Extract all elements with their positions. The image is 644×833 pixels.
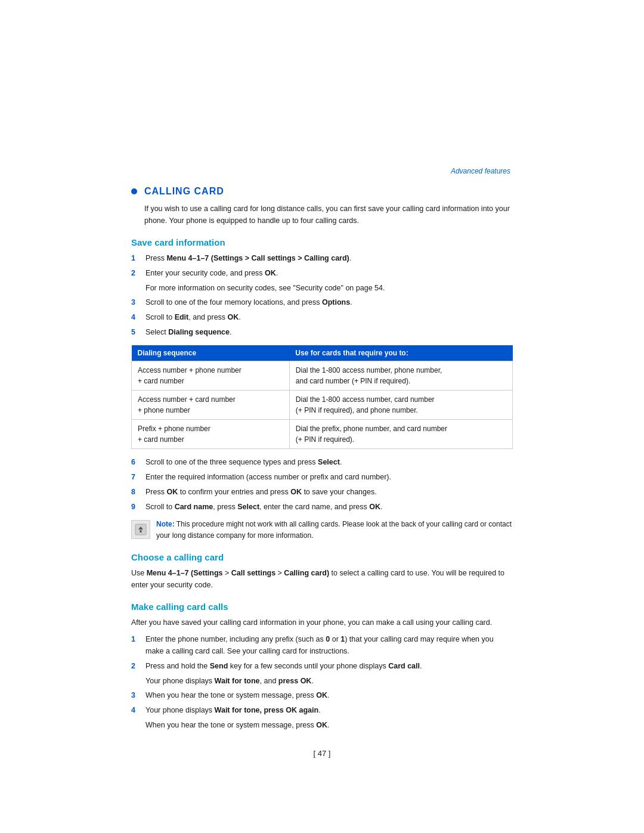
note-box: Note: This procedure might not work with… <box>131 519 513 541</box>
make-step-num-1: 1 <box>131 633 142 645</box>
table-row: Access number + card number+ phone numbe… <box>132 391 513 420</box>
step-2: 2 Enter your security code, and press OK… <box>131 267 513 279</box>
step-text-2: Enter your security code, and press OK. <box>145 267 513 279</box>
step-text-8: Press OK to confirm your entries and pre… <box>145 486 513 498</box>
make-step-4: 4 Your phone displays Wait for tone, pre… <box>131 704 513 716</box>
make-step-num-2: 2 <box>131 660 142 672</box>
make-step-2: 2 Press and hold the Send key for a few … <box>131 660 513 672</box>
svg-rect-2 <box>140 530 142 532</box>
make-step-2-subtext: Your phone displays Wait for tone, and p… <box>145 675 513 687</box>
make-step-num-3: 3 <box>131 689 142 701</box>
note-icon <box>131 520 150 539</box>
step-text-4: Scroll to Edit, and press OK. <box>145 311 513 323</box>
step-text-3: Scroll to one of the four memory locatio… <box>145 296 513 308</box>
subsection-choose-card: Choose a calling card Use Menu 4–1–7 (Se… <box>131 552 513 591</box>
table-col2-header: Use for cards that require you to: <box>289 345 512 361</box>
table-cell-use-2: Dial the 1-800 access number, card numbe… <box>289 391 512 420</box>
table-col1-header: Dialing sequence <box>132 345 290 361</box>
step-3: 3 Scroll to one of the four memory locat… <box>131 296 513 308</box>
make-step-text-1: Enter the phone number, including any pr… <box>145 633 513 657</box>
table-cell-use-1: Dial the 1-800 access number, phone numb… <box>289 361 512 391</box>
section-title-row: CALLING CARD <box>131 186 513 197</box>
table-cell-use-3: Dial the prefix, phone number, and card … <box>289 420 512 449</box>
make-step-1: 1 Enter the phone number, including any … <box>131 633 513 657</box>
table-cell-seq-3: Prefix + phone number+ card number <box>132 420 290 449</box>
step-6: 6 Scroll to one of the three sequence ty… <box>131 456 513 468</box>
step-text-9: Scroll to Card name, press Select, enter… <box>145 501 513 513</box>
step-1: 1 Press Menu 4–1–7 (Settings > Call sett… <box>131 252 513 264</box>
steps-after-table: 6 Scroll to one of the three sequence ty… <box>131 456 513 513</box>
make-step-text-4: Your phone displays Wait for tone, press… <box>145 704 513 716</box>
step-text-5: Select Dialing sequence. <box>145 326 513 338</box>
make-step-text-3: When you hear the tone or system message… <box>145 689 513 701</box>
step-num-9: 9 <box>131 501 142 513</box>
step-num-5: 5 <box>131 326 142 338</box>
step-num-2: 2 <box>131 267 142 279</box>
table-row: Prefix + phone number+ card number Dial … <box>132 420 513 449</box>
subsection-make-calls: Make calling card calls After you have s… <box>131 602 513 731</box>
save-card-steps: 1 Press Menu 4–1–7 (Settings > Call sett… <box>131 252 513 279</box>
table-header-row: Dialing sequence Use for cards that requ… <box>132 345 513 361</box>
header-label: Advanced features <box>131 167 513 175</box>
subsection-title-make-calls: Make calling card calls <box>131 602 513 612</box>
make-step-3: 3 When you hear the tone or system messa… <box>131 689 513 701</box>
step-9: 9 Scroll to Card name, press Select, ent… <box>131 501 513 513</box>
step-7: 7 Enter the required information (access… <box>131 471 513 483</box>
make-calls-steps: 1 Enter the phone number, including any … <box>131 633 513 672</box>
table-cell-seq-2: Access number + card number+ phone numbe… <box>132 391 290 420</box>
bullet-dot <box>131 188 137 194</box>
dialing-table: Dialing sequence Use for cards that requ… <box>131 345 513 449</box>
make-calls-steps-cont: 3 When you hear the tone or system messa… <box>131 689 513 716</box>
note-content: This procedure might not work with all c… <box>156 520 512 540</box>
content-area: Advanced features CALLING CARD If you wi… <box>95 0 549 817</box>
note-icon-svg <box>134 523 147 536</box>
step-4: 4 Scroll to Edit, and press OK. <box>131 311 513 323</box>
make-step-num-4: 4 <box>131 704 142 716</box>
note-text: Note: This procedure might not work with… <box>156 519 513 541</box>
subsection-title-save: Save card information <box>131 237 513 247</box>
step-num-1: 1 <box>131 252 142 264</box>
make-step-4-subtext: When you hear the tone or system message… <box>145 719 513 731</box>
step-num-8: 8 <box>131 486 142 498</box>
step-8: 8 Press OK to confirm your entries and p… <box>131 486 513 498</box>
step-num-4: 4 <box>131 311 142 323</box>
step-num-3: 3 <box>131 296 142 308</box>
make-step-text-2: Press and hold the Send key for a few se… <box>145 660 513 672</box>
save-card-steps-continued: 3 Scroll to one of the four memory locat… <box>131 296 513 338</box>
make-calls-intro: After you have saved your calling card i… <box>131 617 513 628</box>
choose-card-intro: Use Menu 4–1–7 (Settings > Call settings… <box>131 567 513 591</box>
step-text-6: Scroll to one of the three sequence type… <box>145 456 513 468</box>
note-label: Note: <box>156 520 175 528</box>
subsection-title-choose: Choose a calling card <box>131 552 513 562</box>
page: Advanced features CALLING CARD If you wi… <box>0 0 644 833</box>
table-cell-seq-1: Access number + phone number+ card numbe… <box>132 361 290 391</box>
page-number: [ 47 ] <box>131 749 513 758</box>
section-title: CALLING CARD <box>144 186 224 197</box>
table-row: Access number + phone number+ card numbe… <box>132 361 513 391</box>
step-2-subtext: For more information on security codes, … <box>145 282 513 294</box>
step-num-6: 6 <box>131 456 142 468</box>
section-intro: If you wish to use a calling card for lo… <box>144 203 513 227</box>
step-5: 5 Select Dialing sequence. <box>131 326 513 338</box>
step-text-1: Press Menu 4–1–7 (Settings > Call settin… <box>145 252 513 264</box>
step-num-7: 7 <box>131 471 142 483</box>
subsection-save-card-info: Save card information 1 Press Menu 4–1–7… <box>131 237 513 541</box>
step-text-7: Enter the required information (access n… <box>145 471 513 483</box>
